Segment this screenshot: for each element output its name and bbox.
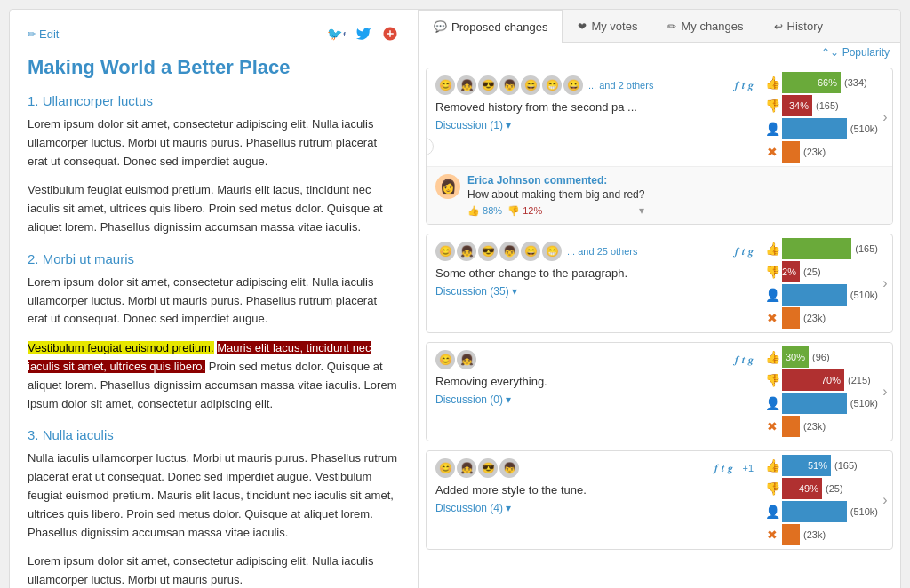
thumb-up-icon-3[interactable]: 👍	[762, 347, 782, 367]
article-panel: Edit 🐦 Making World a Better Place 1. Ul…	[10, 10, 419, 588]
thumb-down-icon-1[interactable]: 👎	[762, 96, 782, 115]
proposal-content-2: 😊 👧 😎 👦 😄 😁 ... and 25 others 𝒇 𝒕	[427, 234, 762, 332]
discussion-link-3[interactable]: Discussion (0) ▾	[435, 393, 754, 406]
proposal-card-2: 😊 👧 😎 👦 😄 😁 ... and 25 others 𝒇 𝒕	[426, 234, 893, 333]
nav-right-4[interactable]: ›	[878, 451, 892, 549]
avatars-1: 😊 👧 😎 👦 😄 😁 😀	[435, 75, 583, 95]
facebook-icon[interactable]: 🐦	[327, 24, 347, 44]
bar-count-orange-3: (23k)	[800, 421, 826, 432]
gg-icon-2[interactable]: 𝒈	[748, 245, 754, 258]
bar-count-red-3: (215)	[844, 375, 871, 385]
proposal-content-4: 😊 👧 😎 👦 𝒇 𝒕 𝒈 +1	[427, 451, 762, 549]
proposal-text-1: Removed history from the second pa ...	[435, 100, 754, 114]
proposal-content-3: 😊 👧 𝒇 𝒕 𝒈 Removing everything. Dis	[427, 343, 762, 441]
comment-avatar-1: 👩	[435, 174, 460, 199]
bar-fill-blue-4	[782, 501, 847, 522]
avatar-4-4: 👦	[499, 458, 519, 478]
person-icon-3[interactable]: 👤	[762, 393, 782, 413]
nav-right-2[interactable]: ›	[878, 234, 892, 332]
proposal-inner-4: 😊 👧 😎 👦 𝒇 𝒕 𝒈 +1	[427, 451, 892, 549]
fb-icon-3[interactable]: 𝒇	[735, 354, 738, 366]
discussion-link-1[interactable]: Discussion (1) ▾	[435, 119, 754, 131]
avatar-5: 😄	[521, 75, 540, 95]
x-icon-3[interactable]: ✖	[762, 417, 782, 436]
bar-row-blue-3: 👤 (510k)	[762, 393, 878, 414]
section-3-heading: 3. Nulla iaculis	[28, 427, 400, 442]
discussion-link-4[interactable]: Discussion (4) ▾	[435, 502, 754, 514]
fb-icon-4[interactable]: 𝒇	[714, 462, 718, 474]
bar-row-green-2: 👍 (165)	[762, 238, 878, 259]
bar-count-blue-3: (510k)	[847, 398, 878, 409]
bar-row-blue-4: 👤 (510k)	[762, 501, 878, 522]
proposal-social-3: 😊 👧 𝒇 𝒕 𝒈	[435, 350, 754, 369]
left-toolbar: Edit 🐦	[28, 24, 400, 44]
edit-button[interactable]: Edit	[28, 28, 59, 41]
bar-row-red-1: 👎 34% (165)	[762, 95, 878, 116]
bar-row-orange-3: ✖ (23k)	[762, 416, 878, 437]
thumb-down-icon-3[interactable]: 👎	[762, 370, 782, 390]
twitter-icon[interactable]	[354, 24, 373, 44]
bar-count-red-2: (25)	[800, 266, 821, 277]
avatar-3-1: 😊	[435, 350, 455, 369]
section-1-para-1: Lorem ipsum dolor sit amet, consectetur …	[28, 115, 400, 171]
thumb-up-icon-2[interactable]: 👍	[762, 239, 782, 258]
tab-bar: 💬 Proposed changes ❤ My votes ✏ My chang…	[419, 10, 900, 43]
avatars-4: 😊 👧 😎 👦	[435, 458, 519, 478]
fb-icon-2[interactable]: 𝒇	[735, 245, 738, 258]
nav-right-3[interactable]: ›	[878, 343, 892, 441]
avatar-2-6: 😁	[542, 242, 562, 261]
proposal-inner-2: 😊 👧 😎 👦 😄 😁 ... and 25 others 𝒇 𝒕	[427, 234, 892, 332]
comment-body-1: Erica Johnson commented: How about makin…	[467, 174, 644, 217]
nav-right-1[interactable]: ›	[878, 68, 892, 166]
thumb-up-icon-4[interactable]: 👍	[762, 456, 782, 475]
person-icon-2[interactable]: 👤	[762, 285, 782, 305]
expand-icon-1[interactable]: ▾	[639, 204, 644, 217]
gg-icon-1[interactable]: 𝒈	[748, 79, 754, 91]
tw-icon-3[interactable]: 𝒕	[742, 354, 745, 366]
person-icon-1[interactable]: 👤	[762, 119, 782, 139]
tw-icon-4[interactable]: 𝒕	[722, 462, 724, 474]
and-others-1[interactable]: ... and 2 others	[588, 80, 653, 91]
gg-icon-3[interactable]: 𝒈	[748, 354, 754, 366]
section-1-heading: 1. Ullamcorper luctus	[28, 93, 400, 108]
thumb-up-icon-1[interactable]: 👍	[762, 73, 782, 92]
person-icon-4[interactable]: 👤	[762, 502, 782, 521]
x-icon-1[interactable]: ✖	[762, 142, 782, 162]
tab-history-label: History	[787, 20, 823, 33]
tab-proposed-changes[interactable]: 💬 Proposed changes	[419, 10, 563, 43]
comment-row-1: 👩 Erica Johnson commented: How about mak…	[435, 174, 883, 217]
proposal-social-icons-2: 𝒇 𝒕 𝒈	[735, 245, 754, 258]
sort-label: Popularity	[842, 46, 890, 59]
avatar-4-3: 😎	[478, 458, 498, 478]
discussion-link-2[interactable]: Discussion (35) ▾	[435, 285, 754, 298]
tw-icon-1[interactable]: 𝒕	[742, 79, 745, 91]
avatars-2: 😊 👧 😎 👦 😄 😁	[435, 242, 562, 261]
sort-bar[interactable]: ⌃⌄ Popularity	[419, 43, 900, 62]
tab-history[interactable]: ↩ History	[759, 10, 838, 42]
tw-icon-2[interactable]: 𝒕	[742, 245, 745, 258]
gg-icon-4[interactable]: 𝒈	[728, 462, 733, 474]
history-icon: ↩	[774, 20, 783, 33]
bar-fill-orange-2	[782, 307, 800, 329]
section-2-heading: 2. Morbi ut mauris	[28, 251, 400, 266]
bar-count-orange-4: (23k)	[800, 529, 826, 540]
bar-fill-red-3: 70%	[782, 369, 844, 391]
section-2-para-2: Vestibulum feugiat euismod pretium. Maur…	[28, 339, 400, 413]
x-icon-4[interactable]: ✖	[762, 525, 782, 544]
and-others-2[interactable]: ... and 25 others	[567, 246, 638, 257]
fb-icon-1[interactable]: 𝒇	[735, 79, 738, 91]
tab-my-changes[interactable]: ✏ My changes	[652, 10, 758, 42]
vote-mini-1: 👍 88% 👎 12% ▾	[467, 204, 644, 217]
tab-my-votes[interactable]: ❤ My votes	[563, 10, 652, 42]
votes-icon: ❤	[578, 20, 587, 33]
thumb-down-icon-4[interactable]: 👎	[762, 479, 782, 498]
proposals-list: ‹ 😊 👧 😎 👦 😄 😁 😀	[419, 62, 900, 588]
proposal-text-2: Some other change to the paragraph.	[435, 266, 754, 280]
google-icon[interactable]	[380, 24, 400, 44]
tab-votes-label: My votes	[591, 20, 637, 33]
bar-count-red-4: (25)	[822, 483, 843, 494]
avatar-1: 😊	[435, 75, 455, 95]
social-share-group: 🐦	[327, 24, 400, 44]
commenter-name-1: Erica Johnson commented:	[467, 174, 644, 187]
x-icon-2[interactable]: ✖	[762, 308, 782, 328]
